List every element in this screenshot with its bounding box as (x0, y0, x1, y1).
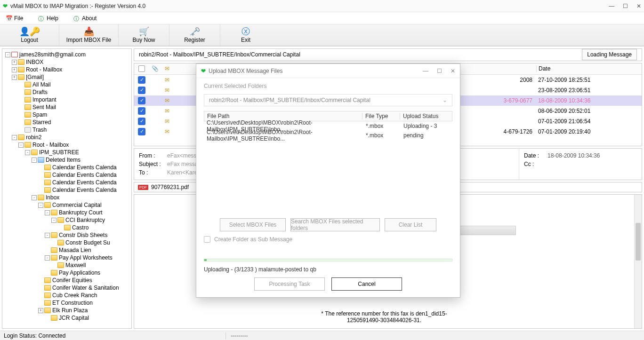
row-checkbox[interactable]: ✓ (138, 118, 145, 125)
tree-toggle[interactable]: + (38, 308, 43, 313)
tree-node[interactable]: -Inbox (3, 194, 130, 201)
tree-toggle[interactable]: - (45, 233, 50, 238)
tree-node[interactable]: Castro (3, 224, 130, 231)
tree-node[interactable]: Constr Budget Su (3, 239, 130, 246)
scroll-thumb[interactable] (636, 223, 641, 261)
create-subfolder-checkbox-row[interactable]: Create Folder as Sub Message (204, 236, 452, 243)
tree-node[interactable]: Calendar Events Calenda (3, 171, 130, 179)
tree-node[interactable]: Drafts (3, 88, 130, 96)
row-checkbox[interactable]: ✓ (138, 97, 145, 104)
row-checkbox[interactable]: ✓ (138, 107, 145, 115)
exit-button[interactable]: ⓧ Exit (220, 24, 271, 46)
minimize-icon[interactable]: — (609, 3, 614, 9)
import-button[interactable]: 📥 Import MBOX File (59, 24, 119, 46)
row-checkbox[interactable]: ✓ (138, 87, 145, 94)
create-subfolder-checkbox[interactable] (204, 236, 210, 243)
select-all-checkbox[interactable] (138, 65, 145, 72)
dialog-titlebar: ❤ Upload MBOX Message Files — ☐ ✕ (196, 64, 460, 78)
folder-icon (18, 74, 24, 80)
attachment-name[interactable]: 907769231.pdf (151, 184, 189, 190)
tree-node[interactable]: -Bankruptcy Court (3, 209, 130, 216)
menu-about[interactable]: ⓘ About (73, 15, 97, 22)
reference-text: * The reference number for this fax is d… (144, 310, 625, 324)
tree-node[interactable]: -IPM_SUBTREE (3, 149, 130, 156)
tree-node[interactable]: Sent Mail (3, 103, 130, 111)
folder-tree-pane: -james28smith@gmail.com+INBOX+Root - Mai… (2, 48, 132, 329)
tree-node[interactable]: Conifer Water & Sanitation (3, 284, 130, 292)
tree-node[interactable]: Calendar Events Calenda (3, 186, 130, 194)
tree-toggle[interactable]: - (45, 210, 50, 215)
tree-label: Starred (32, 119, 51, 126)
menu-help[interactable]: ⓘ Help (38, 15, 58, 22)
tree-node[interactable]: Pay Applications (3, 269, 130, 277)
tree-node[interactable]: All Mail (3, 81, 130, 88)
logout-button[interactable]: 👤🔑 Logout (0, 24, 59, 46)
tree-toggle[interactable]: - (51, 218, 56, 223)
register-button[interactable]: 🗝️ Register (169, 24, 220, 46)
tree-toggle[interactable]: - (12, 135, 17, 140)
tree-label: ET Construction (52, 300, 93, 306)
dialog-minimize-icon[interactable]: — (423, 68, 428, 74)
tree-node[interactable]: -Root - Mailbox (3, 141, 130, 149)
upload-progress-bar (204, 259, 452, 261)
tree-node[interactable]: Calendar Events Calenda (3, 164, 130, 171)
buy-button[interactable]: 🛒 Buy Now (119, 24, 169, 46)
tree-node[interactable]: Trash (3, 126, 130, 134)
tree-toggle[interactable]: + (12, 75, 17, 80)
tree-toggle[interactable]: - (25, 150, 30, 155)
tree-node[interactable]: Calendar Events Calenda (3, 179, 130, 186)
tree-node[interactable]: +INBOX (3, 58, 130, 66)
upload-dialog: ❤ Upload MBOX Message Files — ☐ ✕ Curren… (196, 63, 460, 298)
select-mbox-button[interactable]: Select MBOX Files (220, 218, 286, 231)
search-mbox-button[interactable]: Search MBOX Files selected folders (290, 218, 380, 231)
row-checkbox[interactable]: ✓ (138, 128, 145, 135)
tree-node[interactable]: -james28smith@gmail.com (3, 51, 130, 58)
tree-node[interactable]: Starred (3, 119, 130, 126)
tree-node[interactable]: ET Construction (3, 299, 130, 307)
folder-icon (51, 210, 57, 215)
menu-file[interactable]: 📅 File (6, 15, 23, 22)
folder-icon (44, 202, 51, 208)
tree-label: Bankruptcy Court (59, 209, 103, 216)
clear-list-button[interactable]: Clear List (385, 218, 436, 231)
tree-toggle[interactable]: + (12, 60, 17, 65)
tree-node[interactable]: +Elk Run Plaza (3, 307, 130, 314)
tree-node[interactable]: -CCI Bankruptcy (3, 216, 130, 224)
tree-node[interactable]: Conifer Equities (3, 277, 130, 284)
tree-node[interactable]: +Root - Mailbox (3, 66, 130, 73)
tree-label: All Mail (32, 81, 51, 88)
dialog-close-icon[interactable]: ✕ (451, 68, 455, 74)
tree-node[interactable]: JCR Capital (3, 314, 130, 322)
tree-toggle[interactable]: - (45, 255, 50, 261)
tree-toggle[interactable]: - (32, 195, 37, 200)
dialog-maximize-icon[interactable]: ☐ (437, 68, 442, 74)
tree-toggle[interactable]: + (12, 67, 17, 72)
close-icon[interactable]: ✕ (636, 3, 641, 9)
maximize-icon[interactable]: ☐ (623, 3, 628, 9)
cancel-button[interactable]: Cancel (331, 277, 402, 291)
file-row[interactable]: C:\Users\ved\Desktop\MBOX\robin2\Root-Ma… (204, 131, 452, 140)
processing-task-button[interactable]: Processing Task (254, 277, 325, 291)
tree-node[interactable]: Cub Creek Ranch (3, 292, 130, 299)
tree-node[interactable]: -Constr Disb Sheets (3, 231, 130, 239)
date-col[interactable]: Date (536, 65, 642, 72)
tree-node[interactable]: Important (3, 96, 130, 103)
tree-toggle[interactable]: - (32, 158, 37, 163)
tree-node[interactable]: -robin2 (3, 134, 130, 141)
tree-node[interactable]: Masada Lien (3, 246, 130, 254)
vertical-scrollbar[interactable] (634, 195, 642, 328)
tree-node[interactable]: -Deleted Items (3, 156, 130, 164)
tree-toggle[interactable]: - (18, 142, 24, 148)
tree-node[interactable]: -Commercial Capital (3, 201, 130, 209)
loading-message-button[interactable]: Loading Message (582, 49, 637, 60)
tree-toggle[interactable]: - (38, 203, 43, 208)
tree-node[interactable]: +[Gmail] (3, 73, 130, 81)
tree-node[interactable]: -Pay Appl Worksheets (3, 254, 130, 261)
tree-node[interactable]: Maxwell (3, 261, 130, 269)
tree-toggle[interactable]: - (5, 52, 10, 57)
selected-folder-dropdown[interactable]: robin2/Root - Mailbox/IPM_SUBTREE/Inbox/… (204, 94, 452, 106)
tree-node[interactable]: Spam (3, 111, 130, 119)
tree-label: Maxwell (65, 262, 86, 269)
folder-tree[interactable]: -james28smith@gmail.com+INBOX+Root - Mai… (2, 49, 131, 328)
row-checkbox[interactable]: ✓ (138, 76, 145, 84)
